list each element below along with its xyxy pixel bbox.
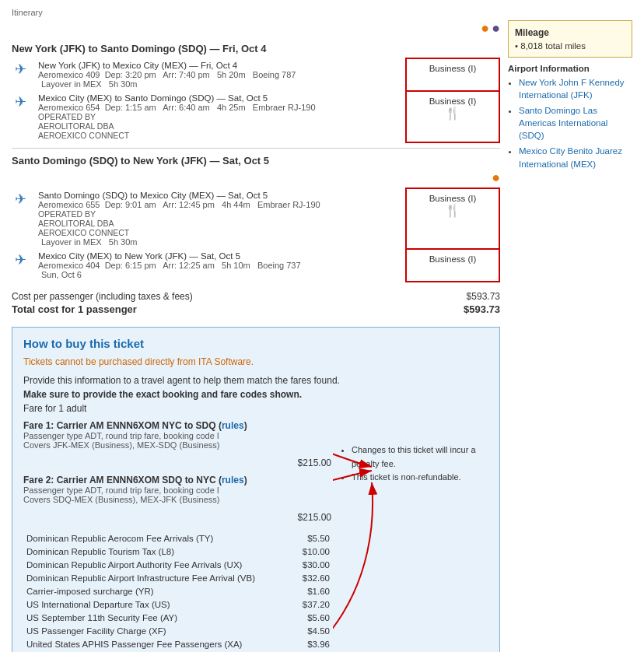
inbound-flight-2-date: Sun, Oct 6	[38, 270, 402, 279]
fee-amount: $37.20	[292, 598, 331, 610]
inbound-flight-2-route: Mexico City (MEX) to New York (JFK) — Sa…	[38, 251, 402, 261]
how-to-buy-section: How to buy this ticket Tickets cannot be…	[12, 327, 500, 652]
inbound-flight-1-class: Business (I)	[411, 194, 494, 203]
flight-1-route: New York (JFK) to Mexico City (MEX) — Fr…	[38, 61, 402, 70]
outbound-flights-table: ✈ New York (JFK) to Mexico City (MEX) — …	[12, 58, 500, 143]
inbound-flight-1-class-cell: Business (I) 🍴	[406, 188, 499, 249]
fee-row: US Passenger Facility Charge (XF)$4.50	[25, 625, 331, 636]
inbound-flight-1-layover: Layover in MEX 5h 30m	[38, 237, 402, 247]
fee-name: US International Departure Tax (US)	[25, 598, 291, 610]
fare-1-block: Fare 1: Carrier AM ENNN6XOM NYC to SDQ (…	[23, 420, 333, 450]
inbound-flight-2-class: Business (I)	[411, 254, 494, 264]
fee-name: US September 11th Security Fee (AY)	[25, 612, 291, 623]
fee-name: Dominican Republic Airport Infrastructur…	[25, 572, 291, 584]
route-separator	[12, 148, 500, 149]
fee-row: US September 11th Security Fee (AY)$5.60	[25, 612, 331, 623]
fare-2-amount-table: $215.00	[23, 510, 333, 524]
fare-1-rules-link[interactable]: rules	[222, 420, 244, 431]
inbound-flight-1-route: Santo Domingo (SDQ) to Mexico City (MEX)…	[38, 191, 402, 200]
flight-2-operated: OPERATED BY AEROLITORAL DBA AEROEXICO CO…	[38, 112, 402, 140]
fee-name: United States APHIS Passenger Fee Passen…	[25, 638, 291, 650]
inbound-icon-orange: ●	[492, 170, 500, 186]
fee-name: Dominican Republic Airport Authority Fee…	[25, 559, 291, 570]
fare-2-rules-link[interactable]: rules	[222, 475, 244, 485]
fee-amount: $3.96	[292, 638, 331, 650]
icon-purple: ●	[492, 20, 500, 37]
inbound-flight-2-info: Aeromexico 404 Dep: 6:15 pm Arr: 12:25 a…	[38, 261, 402, 270]
airport-item: Mexico City Benito Juarez International …	[519, 145, 632, 170]
itinerary-section: ● ● New York (JFK) to Santo Domingo (SDQ…	[12, 20, 500, 652]
flight-2-info: Aeromexico 654 Dep: 1:15 am Arr: 6:40 am…	[38, 103, 402, 112]
airport-item: New York John F Kennedy International (J…	[519, 76, 632, 101]
fare-note-2: This ticket is non-refundable.	[352, 471, 488, 485]
fee-amount: $10.00	[292, 545, 331, 557]
outbound-route-title: New York (JFK) to Santo Domingo (SDQ) — …	[12, 43, 500, 54]
fare-1-amount: $215.00	[26, 457, 331, 468]
fee-amount: $5.60	[292, 612, 331, 623]
fee-name: Dominican Republic Aerocom Fee Arrivals …	[25, 532, 291, 544]
page: Itinerary ● ● New York (JFK) to Santo Do…	[0, 0, 644, 652]
airport-link[interactable]: Mexico City Benito Juarez International …	[519, 146, 622, 168]
fares-layout: Fare 1: Carrier AM ENNN6XOM NYC to SDQ (…	[23, 420, 488, 652]
flight-1-details: New York (JFK) to Mexico City (MEX) — Fr…	[35, 58, 406, 91]
fee-row: Dominican Republic Airport Authority Fee…	[25, 559, 331, 570]
fee-amount: $32.60	[292, 572, 331, 584]
fare-1-title: Fare 1: Carrier AM ENNN6XOM NYC to SDQ (…	[23, 420, 333, 431]
total-label: Total cost for 1 passenger	[12, 303, 137, 315]
fares-right: Changes to this ticket will incur a pena…	[341, 420, 488, 652]
fare-2-amount: $215.00	[26, 512, 331, 523]
mileage-value: • 8,018 total miles	[515, 41, 625, 51]
fare-2-block: Fare 2: Carrier AM ENNN6XOM SDQ to NYC (…	[23, 475, 333, 504]
inbound-flight-1-details: Santo Domingo (SDQ) to Mexico City (MEX)…	[35, 188, 406, 249]
fare-2-title: Fare 2: Carrier AM ENNN6XOM SDQ to NYC (…	[23, 475, 333, 485]
total-value: $593.73	[464, 303, 500, 315]
flight-2-meal-icon: 🍴	[411, 106, 494, 121]
airport-link[interactable]: New York John F Kennedy International (J…	[519, 78, 625, 100]
inbound-route-title: Santo Domingo (SDQ) to New York (JFK) — …	[12, 155, 500, 167]
fee-row: Dominican Republic Airport Infrastructur…	[25, 572, 331, 584]
fare-1-amount-table: $215.00	[23, 456, 333, 470]
fee-amount: $5.50	[292, 532, 331, 544]
main-layout: ● ● New York (JFK) to Santo Domingo (SDQ…	[12, 20, 632, 652]
airport-info-title: Airport Information	[508, 64, 632, 73]
mileage-title: Mileage	[515, 27, 625, 38]
fee-row: Carrier-imposed surcharge (YR)$1.60	[25, 585, 331, 597]
flight-row-1: ✈ New York (JFK) to Mexico City (MEX) — …	[12, 58, 499, 91]
fee-row: Dominican Republic Aerocom Fee Arrivals …	[25, 532, 331, 544]
inbound-flights-table: ✈ Santo Domingo (SDQ) to Mexico City (ME…	[12, 188, 500, 282]
airport-info-section: Airport Information New York John F Kenn…	[508, 64, 632, 170]
flight-icon-2: ✈	[12, 91, 35, 142]
inbound-flight-2-details: Mexico City (MEX) to New York (JFK) — Sa…	[35, 249, 406, 282]
fee-amount: $4.50	[292, 625, 331, 636]
mileage-box: Mileage • 8,018 total miles	[508, 20, 632, 58]
sidebar: Mileage • 8,018 total miles Airport Info…	[508, 20, 632, 652]
total-cost-row: Total cost for 1 passenger $593.73	[12, 303, 500, 316]
cost-section: Cost per passenger (including taxes & fe…	[12, 290, 500, 316]
inbound-flight-icon-1: ✈	[12, 188, 35, 249]
instruction1: Provide this information to a travel age…	[23, 373, 488, 415]
fare-note-1: Changes to this ticket will incur a pena…	[352, 443, 488, 471]
inbound-flight-1-meal-icon: 🍴	[411, 203, 494, 218]
fee-row: Dominican Republic Tourism Tax (L8)$10.0…	[25, 545, 331, 557]
per-pax-label: Cost per passenger (including taxes & fe…	[12, 291, 193, 302]
inbound-flight-row-1: ✈ Santo Domingo (SDQ) to Mexico City (ME…	[12, 188, 499, 249]
fares-left: Fare 1: Carrier AM ENNN6XOM NYC to SDQ (…	[23, 420, 333, 652]
flight-icon-1: ✈	[12, 58, 35, 91]
airport-link[interactable]: Santo Domingo Las Americas International…	[519, 106, 607, 140]
how-to-buy-title: How to buy this ticket	[23, 337, 488, 350]
per-pax-cost-row: Cost per passenger (including taxes & fe…	[12, 290, 500, 303]
fee-amount: $1.60	[292, 585, 331, 597]
flight-2-class-cell: Business (I) 🍴	[406, 91, 499, 142]
fee-row: United States APHIS Passenger Fee Passen…	[25, 638, 331, 650]
airport-list: New York John F Kennedy International (J…	[508, 76, 632, 170]
flight-1-class-cell: Business (I)	[406, 58, 499, 91]
fee-table: Dominican Republic Aerocom Fee Arrivals …	[23, 531, 333, 652]
fee-name: US Passenger Facility Charge (XF)	[25, 625, 291, 636]
fee-name: Carrier-imposed surcharge (YR)	[25, 585, 291, 597]
inbound-flight-2-class-cell: Business (I)	[406, 249, 499, 282]
flight-2-route: Mexico City (MEX) to Santo Domingo (SDQ)…	[38, 93, 402, 103]
flight-2-class: Business (I)	[411, 96, 494, 106]
inbound-flight-row-2: ✈ Mexico City (MEX) to New York (JFK) — …	[12, 249, 499, 282]
fee-row: US International Departure Tax (US)$37.2…	[25, 598, 331, 610]
itinerary-label: Itinerary	[12, 8, 632, 17]
